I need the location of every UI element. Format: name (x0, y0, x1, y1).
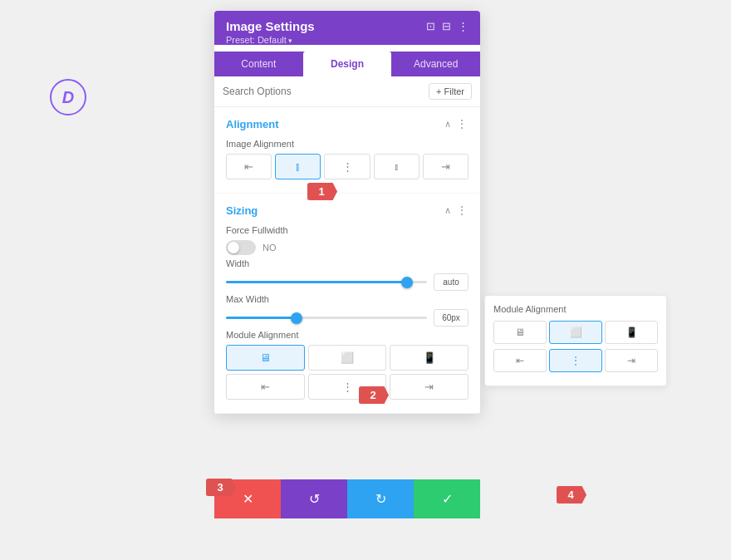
tabs-bar: Content Design Advanced (214, 52, 480, 76)
align-right-edge-button[interactable]: ⇥ (423, 154, 469, 179)
right-panel-position-row: ⇤ ⋮ ⇥ (493, 349, 658, 372)
preset-selector[interactable]: Preset: Default (226, 35, 469, 45)
module-align-tablet-button[interactable]: ⬜ (308, 345, 387, 371)
right-align-tablet-btn[interactable]: ⬜ (549, 321, 602, 344)
sizing-section-title: Sizing (226, 204, 258, 217)
alignment-section: Alignment ∧ ⋮ Image Alignment ⇤ ⫿ ⋮ ⫾ ⇥ (214, 107, 480, 194)
module-align-left-button[interactable]: ⇤ (226, 374, 305, 400)
fullscreen-icon[interactable]: ⊡ (426, 20, 435, 32)
width-slider-fill (226, 281, 407, 283)
action-bar: ✕ ↺ ↻ ✓ (214, 479, 480, 518)
right-align-left-btn[interactable]: ⇤ (493, 349, 547, 372)
max-width-value[interactable]: 60px (434, 309, 469, 327)
badge-3: 3 (206, 479, 236, 496)
panel-title: Image Settings (226, 19, 315, 33)
toggle-knob (228, 242, 239, 253)
max-width-slider-fill (226, 317, 297, 319)
sizing-options-icon[interactable]: ⋮ (456, 204, 469, 217)
tab-advanced[interactable]: Advanced (391, 52, 480, 76)
force-fullwidth-toggle[interactable] (226, 240, 256, 255)
max-width-label: Max Width (226, 294, 469, 304)
max-width-slider-thumb[interactable] (291, 312, 302, 324)
panel-content: Alignment ∧ ⋮ Image Alignment ⇤ ⫿ ⋮ ⫾ ⇥ … (214, 107, 480, 414)
alignment-section-title: Alignment (226, 118, 279, 130)
width-slider-row: auto (226, 273, 469, 291)
max-width-slider-row: 60px (226, 309, 469, 327)
save-button[interactable]: ✓ (414, 479, 480, 518)
more-options-icon[interactable]: ⋮ (458, 20, 469, 32)
badge-4: 4 (557, 486, 586, 504)
tab-design[interactable]: Design (303, 52, 392, 76)
panel-header-icons: ⊡ ⊟ ⋮ (426, 20, 469, 32)
right-align-mobile-btn[interactable]: 📱 (605, 321, 658, 344)
align-center-left-button[interactable]: ⫿ (275, 154, 321, 179)
force-fullwidth-toggle-row: NO (226, 240, 469, 255)
alignment-section-controls: ∧ ⋮ (444, 117, 469, 130)
right-align-desktop-btn[interactable]: 🖥 (493, 321, 547, 344)
module-alignment-label: Module Alignment (226, 330, 469, 340)
right-align-right-btn[interactable]: ⇥ (605, 349, 658, 372)
divi-logo: D (50, 79, 86, 115)
module-alignment-position-buttons: ⇤ ⋮ ⇥ (226, 374, 469, 400)
right-panel-device-row: 🖥 ⬜ 📱 (493, 321, 658, 344)
sizing-section-header: Sizing ∧ ⋮ (226, 204, 469, 217)
undo-button[interactable]: ↺ (281, 479, 347, 518)
align-center-button[interactable]: ⋮ (324, 154, 370, 179)
alignment-options-icon[interactable]: ⋮ (456, 117, 469, 130)
tab-content[interactable]: Content (214, 52, 303, 76)
filter-button[interactable]: + Filter (429, 83, 472, 100)
split-icon[interactable]: ⊟ (442, 20, 451, 32)
max-width-slider-track[interactable] (226, 317, 427, 319)
image-alignment-label: Image Alignment (226, 139, 469, 149)
module-align-desktop-button[interactable]: 🖥 (226, 345, 305, 371)
sizing-section: Sizing ∧ ⋮ Force Fullwidth NO Width (214, 194, 480, 414)
align-left-edge-button[interactable]: ⇤ (226, 154, 272, 179)
align-center-right-button[interactable]: ⫾ (374, 154, 419, 179)
module-alignment-device-buttons: 🖥 ⬜ 📱 (226, 345, 469, 371)
redo-button[interactable]: ↻ (347, 479, 414, 518)
badge-1: 1 (307, 183, 337, 200)
sizing-collapse-icon[interactable]: ∧ (444, 205, 451, 216)
sizing-section-controls: ∧ ⋮ (444, 204, 469, 217)
width-slider-track[interactable] (226, 281, 427, 283)
alignment-collapse-icon[interactable]: ∧ (444, 119, 451, 130)
width-slider-thumb[interactable] (401, 277, 413, 288)
right-align-center-btn[interactable]: ⋮ (549, 349, 602, 372)
width-label: Width (226, 258, 469, 268)
settings-panel: Image Settings ⊡ ⊟ ⋮ Preset: Default Con… (214, 11, 480, 414)
right-module-alignment-panel: Module Alignment 🖥 ⬜ 📱 ⇤ ⋮ ⇥ (484, 295, 667, 386)
force-fullwidth-label: Force Fullwidth (226, 225, 469, 235)
width-value[interactable]: auto (434, 273, 469, 291)
image-alignment-buttons: ⇤ ⫿ ⋮ ⫾ ⇥ (226, 154, 469, 179)
search-input[interactable] (223, 86, 424, 97)
panel-header: Image Settings ⊡ ⊟ ⋮ Preset: Default (214, 11, 480, 45)
toggle-no-label: NO (262, 243, 277, 253)
module-align-right-button[interactable]: ⇥ (390, 374, 469, 400)
badge-2: 2 (359, 386, 389, 404)
module-align-mobile-button[interactable]: 📱 (390, 345, 469, 371)
alignment-section-header: Alignment ∧ ⋮ (226, 117, 469, 130)
right-panel-title: Module Alignment (493, 304, 658, 314)
panel-header-top: Image Settings ⊡ ⊟ ⋮ (226, 19, 469, 33)
search-bar: + Filter (214, 76, 480, 107)
